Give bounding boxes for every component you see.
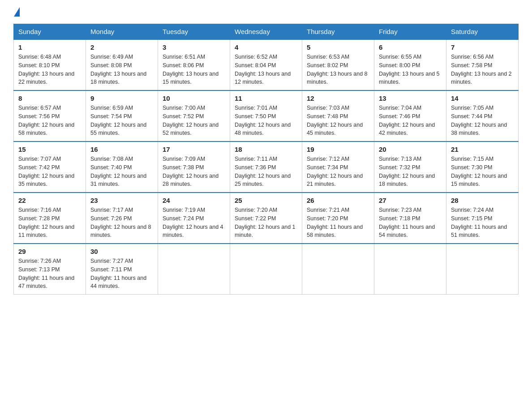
day-info: Sunrise: 6:55 AM Sunset: 8:00 PM Dayligh… (379, 53, 442, 86)
calendar-week-row: 22 Sunrise: 7:16 AM Sunset: 7:28 PM Dayl… (14, 193, 519, 244)
logo (13, 9, 20, 17)
calendar-cell: 3 Sunrise: 6:51 AM Sunset: 8:06 PM Dayli… (158, 39, 230, 90)
weekday-header-cell: Tuesday (158, 24, 230, 40)
weekday-header-cell: Thursday (302, 24, 374, 40)
calendar-cell: 25 Sunrise: 7:20 AM Sunset: 7:22 PM Dayl… (230, 193, 302, 244)
day-number: 5 (307, 43, 369, 51)
day-number: 24 (163, 197, 225, 204)
calendar-cell: 23 Sunrise: 7:17 AM Sunset: 7:26 PM Dayl… (86, 193, 158, 244)
calendar-cell: 10 Sunrise: 7:00 AM Sunset: 7:52 PM Dayl… (158, 90, 230, 141)
day-number: 6 (379, 43, 442, 51)
day-number: 25 (235, 197, 297, 204)
day-number: 19 (307, 146, 369, 153)
day-info: Sunrise: 6:49 AM Sunset: 8:08 PM Dayligh… (90, 53, 153, 86)
calendar-cell (302, 244, 374, 295)
calendar-cell: 18 Sunrise: 7:11 AM Sunset: 7:36 PM Dayl… (230, 141, 302, 193)
day-info: Sunrise: 6:48 AM Sunset: 8:10 PM Dayligh… (18, 53, 81, 86)
day-number: 15 (18, 146, 81, 153)
calendar-cell: 13 Sunrise: 7:04 AM Sunset: 7:46 PM Dayl… (374, 90, 446, 141)
day-info: Sunrise: 7:07 AM Sunset: 7:42 PM Dayligh… (18, 155, 81, 188)
calendar-cell: 14 Sunrise: 7:05 AM Sunset: 7:44 PM Dayl… (446, 90, 519, 141)
day-info: Sunrise: 7:00 AM Sunset: 7:52 PM Dayligh… (163, 104, 225, 137)
calendar-cell: 5 Sunrise: 6:53 AM Sunset: 8:02 PM Dayli… (302, 39, 374, 90)
calendar-cell: 9 Sunrise: 6:59 AM Sunset: 7:54 PM Dayli… (86, 90, 158, 141)
day-number: 12 (307, 94, 369, 102)
day-info: Sunrise: 6:56 AM Sunset: 7:58 PM Dayligh… (451, 53, 514, 86)
calendar-cell (230, 244, 302, 295)
day-info: Sunrise: 7:11 AM Sunset: 7:36 PM Dayligh… (235, 155, 297, 188)
day-info: Sunrise: 7:21 AM Sunset: 7:20 PM Dayligh… (307, 206, 369, 240)
calendar-cell: 1 Sunrise: 6:48 AM Sunset: 8:10 PM Dayli… (14, 39, 86, 90)
weekday-header-cell: Saturday (446, 24, 519, 40)
day-info: Sunrise: 7:24 AM Sunset: 7:15 PM Dayligh… (451, 206, 514, 240)
calendar-cell: 12 Sunrise: 7:03 AM Sunset: 7:48 PM Dayl… (302, 90, 374, 141)
day-info: Sunrise: 7:16 AM Sunset: 7:28 PM Dayligh… (18, 206, 81, 240)
day-number: 9 (90, 94, 153, 102)
day-number: 14 (451, 94, 514, 102)
day-number: 13 (379, 94, 442, 102)
weekday-header-cell: Wednesday (230, 24, 302, 40)
day-info: Sunrise: 7:01 AM Sunset: 7:50 PM Dayligh… (235, 104, 297, 137)
calendar-cell: 30 Sunrise: 7:27 AM Sunset: 7:11 PM Dayl… (86, 244, 158, 295)
calendar-cell: 16 Sunrise: 7:08 AM Sunset: 7:40 PM Dayl… (86, 141, 158, 193)
day-info: Sunrise: 7:04 AM Sunset: 7:46 PM Dayligh… (379, 104, 442, 137)
day-number: 29 (18, 248, 81, 255)
calendar-cell: 2 Sunrise: 6:49 AM Sunset: 8:08 PM Dayli… (86, 39, 158, 90)
day-number: 21 (451, 146, 514, 153)
calendar-cell: 15 Sunrise: 7:07 AM Sunset: 7:42 PM Dayl… (14, 141, 86, 193)
calendar-cell: 19 Sunrise: 7:12 AM Sunset: 7:34 PM Dayl… (302, 141, 374, 193)
calendar-week-row: 1 Sunrise: 6:48 AM Sunset: 8:10 PM Dayli… (14, 39, 519, 90)
day-info: Sunrise: 7:17 AM Sunset: 7:26 PM Dayligh… (90, 206, 153, 240)
calendar-cell: 26 Sunrise: 7:21 AM Sunset: 7:20 PM Dayl… (302, 193, 374, 244)
weekday-header-cell: Sunday (14, 24, 86, 40)
calendar-cell: 29 Sunrise: 7:26 AM Sunset: 7:13 PM Dayl… (14, 244, 86, 295)
calendar-cell: 28 Sunrise: 7:24 AM Sunset: 7:15 PM Dayl… (446, 193, 519, 244)
day-info: Sunrise: 6:51 AM Sunset: 8:06 PM Dayligh… (163, 53, 225, 86)
calendar-cell: 7 Sunrise: 6:56 AM Sunset: 7:58 PM Dayli… (446, 39, 519, 90)
day-number: 1 (18, 43, 81, 51)
calendar-cell (446, 244, 519, 295)
day-number: 4 (235, 43, 297, 51)
day-info: Sunrise: 7:26 AM Sunset: 7:13 PM Dayligh… (18, 257, 81, 291)
weekday-header-cell: Friday (374, 24, 446, 40)
weekday-header-cell: Monday (86, 24, 158, 40)
weekday-header-row: SundayMondayTuesdayWednesdayThursdayFrid… (14, 24, 519, 40)
day-info: Sunrise: 6:57 AM Sunset: 7:56 PM Dayligh… (18, 104, 81, 137)
calendar-cell: 11 Sunrise: 7:01 AM Sunset: 7:50 PM Dayl… (230, 90, 302, 141)
day-info: Sunrise: 7:13 AM Sunset: 7:32 PM Dayligh… (379, 155, 442, 188)
day-info: Sunrise: 7:20 AM Sunset: 7:22 PM Dayligh… (235, 206, 297, 240)
calendar-cell: 24 Sunrise: 7:19 AM Sunset: 7:24 PM Dayl… (158, 193, 230, 244)
day-info: Sunrise: 6:52 AM Sunset: 8:04 PM Dayligh… (235, 53, 297, 86)
day-info: Sunrise: 7:09 AM Sunset: 7:38 PM Dayligh… (163, 155, 225, 188)
calendar-week-row: 8 Sunrise: 6:57 AM Sunset: 7:56 PM Dayli… (14, 90, 519, 141)
day-info: Sunrise: 7:15 AM Sunset: 7:30 PM Dayligh… (451, 155, 514, 188)
day-info: Sunrise: 7:03 AM Sunset: 7:48 PM Dayligh… (307, 104, 369, 137)
day-number: 17 (163, 146, 225, 153)
calendar-cell (158, 244, 230, 295)
calendar-week-row: 29 Sunrise: 7:26 AM Sunset: 7:13 PM Dayl… (14, 244, 519, 295)
calendar-cell (374, 244, 446, 295)
calendar-cell: 8 Sunrise: 6:57 AM Sunset: 7:56 PM Dayli… (14, 90, 86, 141)
day-number: 10 (163, 94, 225, 102)
calendar-week-row: 15 Sunrise: 7:07 AM Sunset: 7:42 PM Dayl… (14, 141, 519, 193)
day-info: Sunrise: 7:12 AM Sunset: 7:34 PM Dayligh… (307, 155, 369, 188)
day-info: Sunrise: 7:27 AM Sunset: 7:11 PM Dayligh… (90, 257, 153, 291)
day-info: Sunrise: 6:53 AM Sunset: 8:02 PM Dayligh… (307, 53, 369, 86)
day-number: 22 (18, 197, 81, 204)
day-number: 30 (90, 248, 153, 255)
day-number: 27 (379, 197, 442, 204)
calendar-cell: 21 Sunrise: 7:15 AM Sunset: 7:30 PM Dayl… (446, 141, 519, 193)
day-number: 11 (235, 94, 297, 102)
day-info: Sunrise: 7:08 AM Sunset: 7:40 PM Dayligh… (90, 155, 153, 188)
day-info: Sunrise: 7:19 AM Sunset: 7:24 PM Dayligh… (163, 206, 225, 240)
day-number: 3 (163, 43, 225, 51)
day-number: 8 (18, 94, 81, 102)
calendar-cell: 22 Sunrise: 7:16 AM Sunset: 7:28 PM Dayl… (14, 193, 86, 244)
logo-triangle-icon (14, 7, 20, 17)
day-info: Sunrise: 7:23 AM Sunset: 7:18 PM Dayligh… (379, 206, 442, 240)
day-number: 18 (235, 146, 297, 153)
day-info: Sunrise: 6:59 AM Sunset: 7:54 PM Dayligh… (90, 104, 153, 137)
day-info: Sunrise: 7:05 AM Sunset: 7:44 PM Dayligh… (451, 104, 514, 137)
day-number: 7 (451, 43, 514, 51)
calendar-table: SundayMondayTuesdayWednesdayThursdayFrid… (13, 24, 519, 295)
